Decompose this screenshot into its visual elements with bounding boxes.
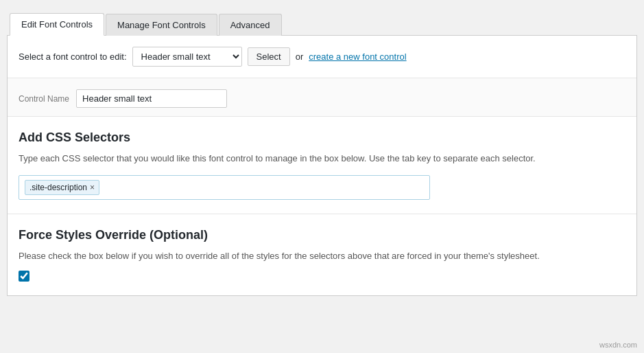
content-area: Select a font control to edit: Header sm…: [7, 36, 637, 296]
override-title: Force Styles Override (Optional): [19, 228, 625, 242]
tab-manage-font-controls[interactable]: Manage Font Controls: [106, 14, 217, 36]
tab-edit-font-controls[interactable]: Edit Font Controls: [10, 13, 104, 36]
checkbox-wrapper: [19, 271, 625, 282]
css-section-title: Add CSS Selectors: [19, 130, 625, 145]
control-name-label: Control Name: [19, 94, 69, 104]
selector-tag-remove-icon[interactable]: ×: [90, 183, 95, 192]
selector-tag-value: .site-description: [29, 183, 87, 192]
watermark: wsxdn.com: [599, 341, 637, 349]
form-section: Control Name: [8, 78, 636, 117]
control-name-input[interactable]: [76, 89, 227, 108]
or-text: or: [296, 52, 304, 62]
css-selectors-section: Add CSS Selectors Type each CSS selector…: [8, 117, 636, 214]
override-section: Force Styles Override (Optional) Please …: [8, 214, 636, 296]
override-description: Please check the box below if you wish t…: [19, 249, 625, 263]
create-new-font-control-link[interactable]: create a new font control: [309, 52, 406, 62]
override-checkbox[interactable]: [19, 271, 29, 282]
selector-input-area[interactable]: .site-description ×: [19, 175, 430, 200]
select-button[interactable]: Select: [248, 47, 290, 66]
selector-tag: .site-description ×: [25, 180, 99, 195]
font-control-select[interactable]: Header small text Body text Heading 1 He…: [132, 47, 242, 67]
tab-advanced[interactable]: Advanced: [219, 14, 282, 36]
control-name-row: Control Name: [19, 89, 625, 108]
select-row-label: Select a font control to edit:: [19, 52, 127, 62]
css-section-description: Type each CSS selector that you would li…: [19, 152, 625, 166]
select-row: Select a font control to edit: Header sm…: [8, 36, 636, 78]
tabs-bar: Edit Font Controls Manage Font Controls …: [7, 7, 637, 36]
